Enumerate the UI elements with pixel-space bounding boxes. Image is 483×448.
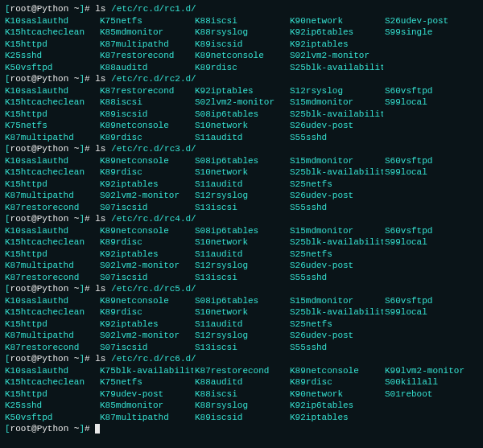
ls-entry: K87restorecond <box>5 342 98 354</box>
ls-output: K10saslauthdK87restorecondK92iptablesS12… <box>5 85 478 144</box>
ls-entry: S25netfs <box>290 179 383 191</box>
ls-output: K10saslauthdK89netconsoleS08ip6tablesS15… <box>5 295 478 354</box>
ls-entry: S15mdmonitor <box>290 295 383 307</box>
prompt-line[interactable]: [root@Python ~]# ls /etc/rc.d/rc5.d/ <box>5 284 196 294</box>
ls-entry: S55sshd <box>290 272 383 284</box>
ls-entry: K89rdisc <box>100 132 193 144</box>
ls-entry <box>385 319 478 331</box>
prompt-line[interactable]: [root@Python ~]# ls /etc/rc.d/rc4.d/ <box>5 214 196 224</box>
command-text: ls <box>95 4 111 14</box>
ls-entry: K89rdisc <box>100 306 193 319</box>
prompt-host: Python <box>37 284 69 294</box>
ls-entry: K15htcacheclean <box>5 97 98 109</box>
ls-entry: K92ip6tables <box>290 27 383 39</box>
prompt-line[interactable]: [root@Python ~]# ls /etc/rc.d/rc6.d/ <box>5 354 196 364</box>
prompt-line[interactable]: [root@Python ~]# ls /etc/rc.d/rc2.d/ <box>5 74 196 84</box>
ls-entry <box>385 39 478 51</box>
ls-entry <box>385 342 478 354</box>
ls-entry <box>385 179 478 191</box>
command-text: ls <box>95 144 111 154</box>
ls-entry: S13iscsi <box>195 342 288 354</box>
ls-entry: K92iptables <box>195 85 288 97</box>
ls-entry: S08ip6tables <box>195 295 288 307</box>
ls-entry: K15httpd <box>5 39 98 51</box>
ls-entry: K88iscsi <box>100 97 193 109</box>
ls-entry: S99local <box>385 97 478 109</box>
command-text: ls <box>95 214 111 224</box>
ls-entry <box>385 109 478 121</box>
ls-entry: K88rsyslog <box>195 400 288 412</box>
ls-entry: S07iscsid <box>100 202 193 214</box>
ls-entry: S11auditd <box>195 249 288 261</box>
ls-entry: S07iscsid <box>100 342 193 354</box>
command-line: [root@Python ~]# ls /etc/rc.d/rc4.d/ <box>5 213 478 225</box>
ls-entry: S13iscsi <box>195 202 288 214</box>
prompt-at: @ <box>31 74 37 84</box>
ls-entry: K10saslauthd <box>5 295 98 307</box>
ls-entry: S99local <box>385 306 478 319</box>
prompt-at: @ <box>31 424 37 434</box>
ls-entry <box>385 202 478 214</box>
ls-entry: S08ip6tables <box>195 155 288 167</box>
command-line: [root@Python ~]# ls /etc/rc.d/rc3.d/ <box>5 143 478 155</box>
ls-entry: S12rsyslog <box>195 260 288 272</box>
ls-entry: K90network <box>290 15 383 27</box>
ls-entry: K75blk-availability <box>100 365 193 377</box>
ls-entry: K89netconsole <box>290 365 383 377</box>
terminal-output: [root@Python ~]# ls /etc/rc.d/rc1.d/K10s… <box>5 3 478 435</box>
prompt-host: Python <box>37 144 69 154</box>
ls-entry: K88iscsi <box>195 388 288 401</box>
ls-entry: S26udev-post <box>290 190 383 202</box>
command-text: ls <box>95 354 111 364</box>
prompt-open-bracket: [ <box>5 424 10 434</box>
ls-entry: S13iscsi <box>195 272 288 284</box>
ls-entry: K92ip6tables <box>290 400 383 412</box>
ls-entry: K15htcacheclean <box>5 236 98 249</box>
ls-entry: K10saslauthd <box>5 15 98 27</box>
prompt-line[interactable]: [root@Python ~]# <box>5 424 100 434</box>
ls-entry: K92iptables <box>100 249 193 261</box>
prompt-open-bracket: [ <box>5 74 10 84</box>
ls-entry: K10saslauthd <box>5 365 98 377</box>
prompt-line[interactable]: [root@Python ~]# ls /etc/rc.d/rc3.d/ <box>5 144 196 154</box>
ls-entry: K89iscsid <box>195 39 288 51</box>
ls-entry <box>385 190 478 202</box>
ls-entry: K87multipathd <box>100 412 193 424</box>
ls-entry: S60vsftpd <box>385 225 478 237</box>
command-line: [root@Python ~]# ls /etc/rc.d/rc1.d/ <box>5 3 478 15</box>
ls-entry: K25sshd <box>5 400 98 412</box>
prompt-line[interactable]: [root@Python ~]# ls /etc/rc.d/rc1.d/ <box>5 4 196 14</box>
ls-entry <box>385 400 478 412</box>
ls-entry: K75netfs <box>100 376 193 388</box>
command-line: [root@Python ~]# ls /etc/rc.d/rc2.d/ <box>5 73 478 85</box>
prompt-host: Python <box>37 214 69 224</box>
command-arg: /etc/rc.d/rc5.d/ <box>111 284 196 294</box>
ls-entry: S02lvm2-monitor <box>100 330 193 342</box>
ls-entry: K25sshd <box>5 50 98 62</box>
ls-entry <box>385 260 478 272</box>
ls-entry: K92iptables <box>100 179 193 191</box>
ls-entry: S55sshd <box>290 342 383 354</box>
prompt-open-bracket: [ <box>5 354 10 364</box>
ls-entry: S00killall <box>385 376 478 388</box>
ls-entry: S10network <box>195 166 288 179</box>
ls-entry: K15htcacheclean <box>5 166 98 179</box>
ls-entry: K10saslauthd <box>5 85 98 97</box>
ls-output: K10saslauthdK89netconsoleS08ip6tablesS15… <box>5 155 478 214</box>
ls-entry: S01reboot <box>385 388 478 401</box>
ls-entry: K15httpd <box>5 179 98 191</box>
prompt-open-bracket: [ <box>5 4 10 14</box>
ls-entry: K85mdmonitor <box>100 400 193 412</box>
ls-entry: K89rdisc <box>100 166 193 179</box>
ls-entry: K87multipathd <box>5 190 98 202</box>
ls-entry: K89netconsole <box>100 155 193 167</box>
ls-entry: S25blk-availability <box>290 62 383 74</box>
prompt-symbol: # <box>85 74 95 84</box>
prompt-user: root <box>10 214 31 224</box>
ls-entry: K89iscsid <box>100 109 193 121</box>
ls-entry: S25netfs <box>290 319 383 331</box>
ls-entry: S12rsyslog <box>290 85 383 97</box>
ls-entry: K85mdmonitor <box>100 27 193 39</box>
ls-entry: S55sshd <box>290 202 383 214</box>
command-line[interactable]: [root@Python ~]# <box>5 423 478 435</box>
